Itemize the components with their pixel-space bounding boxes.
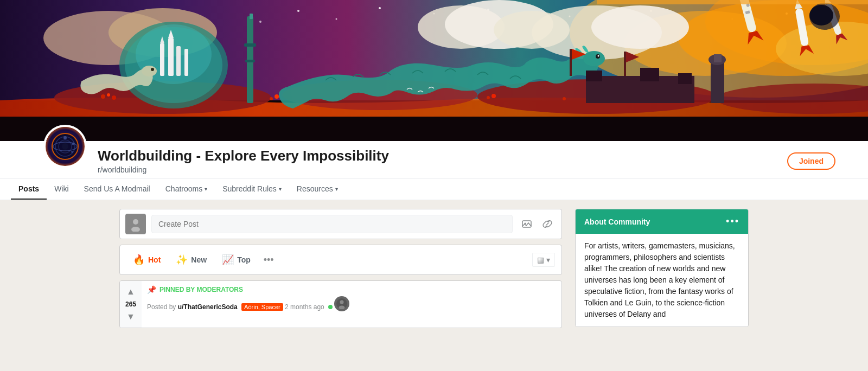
svg-rect-56 [714, 54, 722, 62]
svg-point-1 [297, 10, 299, 12]
svg-rect-34 [184, 49, 188, 76]
hot-icon: 🔥 [133, 254, 145, 266]
subreddit-banner [0, 0, 868, 141]
rules-chevron: ▾ [279, 186, 282, 192]
svg-rect-31 [160, 43, 164, 76]
subreddit-info: Worldbuilding - Explore Every Impossibil… [0, 141, 868, 174]
subreddit-title: Worldbuilding - Explore Every Impossibil… [98, 148, 778, 164]
svg-rect-53 [678, 73, 692, 84]
view-chevron: ▾ [546, 255, 550, 264]
chatrooms-chevron: ▾ [205, 186, 207, 192]
svg-rect-51 [586, 71, 602, 81]
banner-artwork [0, 0, 868, 141]
svg-point-88 [72, 143, 75, 145]
svg-point-72 [809, 5, 833, 25]
svg-rect-32 [168, 38, 174, 76]
about-community-body: For artists, writers, gamemasters, music… [576, 234, 748, 327]
online-indicator [328, 305, 333, 309]
post-flair: Aórin, Spacer [241, 303, 283, 311]
svg-rect-52 [640, 68, 659, 81]
nav-modmail[interactable]: Send Us A Modmail [76, 179, 158, 200]
new-icon: ✨ [176, 254, 188, 266]
create-post-input[interactable] [151, 215, 513, 233]
sort-view-toggle[interactable]: ▦ ▾ [532, 253, 555, 267]
nav-posts[interactable]: Posts [11, 179, 47, 200]
post-author[interactable]: u/ThatGenericSoda [178, 303, 238, 311]
nav-wiki[interactable]: Wiki [47, 179, 76, 200]
pinned-post: ▲ 265 ▼ 📌 PINNED BY MODERATORS Posted by… [119, 280, 562, 328]
main-content: 🔥 Hot ✨ New 📈 Top ••• ▦ ▾ ▲ 265 [108, 209, 760, 334]
link-icon[interactable] [539, 215, 556, 233]
feed-area: 🔥 Hot ✨ New 📈 Top ••• ▦ ▾ ▲ 265 [119, 209, 562, 334]
community-more-button[interactable]: ••• [726, 216, 739, 227]
svg-rect-40 [245, 60, 255, 62]
subreddit-nav: Posts Wiki Send Us A Modmail Chatrooms ▾… [0, 178, 868, 200]
create-post-actions [518, 215, 556, 233]
subreddit-header: Worldbuilding - Explore Every Impossibil… [0, 141, 868, 200]
resources-chevron: ▾ [335, 186, 338, 192]
sort-more-button[interactable]: ••• [259, 250, 278, 270]
image-upload-icon[interactable] [518, 215, 535, 233]
svg-point-9 [259, 21, 261, 23]
sort-new[interactable]: ✨ New [169, 250, 213, 270]
svg-point-44 [142, 66, 157, 76]
svg-point-81 [563, 97, 566, 100]
sort-bar: 🔥 Hot ✨ New 📈 Top ••• ▦ ▾ [119, 245, 562, 275]
svg-point-85 [62, 143, 68, 150]
svg-point-2 [336, 18, 337, 20]
post-content: 📌 PINNED BY MODERATORS Posted by u/ThatG… [142, 281, 561, 328]
view-icon: ▦ [537, 255, 544, 264]
svg-point-74 [101, 94, 105, 99]
svg-rect-33 [176, 46, 181, 76]
post-meta: Posted by u/ThatGenericSoda Aórin, Space… [147, 296, 556, 311]
about-community-widget: About Community ••• For artists, writers… [575, 209, 749, 327]
about-community-header: About Community ••• [576, 209, 748, 234]
svg-point-41 [583, 51, 605, 66]
svg-point-75 [107, 93, 110, 97]
svg-point-91 [133, 219, 138, 225]
svg-rect-48 [624, 52, 626, 76]
svg-point-3 [379, 7, 381, 9]
svg-rect-54 [711, 60, 724, 103]
svg-point-78 [275, 94, 279, 99]
svg-point-45 [151, 68, 154, 71]
svg-point-43 [598, 55, 599, 57]
sort-top[interactable]: 📈 Top [215, 250, 257, 270]
svg-point-89 [71, 151, 73, 153]
pin-icon: 📌 [147, 285, 156, 294]
svg-rect-46 [570, 49, 572, 76]
svg-point-96 [340, 300, 344, 304]
subreddit-title-area: Worldbuilding - Explore Every Impossibil… [98, 148, 778, 174]
post-author-avatar [334, 296, 349, 311]
svg-point-87 [63, 136, 67, 139]
svg-rect-38 [250, 14, 253, 19]
joined-button[interactable]: Joined [787, 152, 835, 170]
top-icon: 📈 [222, 254, 234, 266]
sort-hot[interactable]: 🔥 Hot [126, 250, 167, 270]
create-post-box [119, 209, 562, 239]
pinned-label: 📌 PINNED BY MODERATORS [147, 285, 556, 294]
svg-rect-39 [244, 43, 256, 47]
subreddit-icon [43, 125, 87, 168]
user-avatar [125, 214, 146, 234]
downvote-button[interactable]: ▼ [124, 310, 137, 323]
community-description: For artists, writers, gamemasters, music… [584, 240, 739, 320]
svg-point-20 [591, 5, 689, 49]
vote-count: 265 [125, 300, 136, 308]
nav-rules[interactable]: Subreddit Rules ▾ [215, 179, 289, 200]
nav-chatrooms[interactable]: Chatrooms ▾ [158, 179, 215, 200]
svg-rect-73 [597, 0, 868, 4]
sidebar: About Community ••• For artists, writers… [575, 209, 749, 334]
svg-point-76 [112, 95, 116, 100]
post-time: 2 months ago [285, 303, 324, 311]
svg-point-77 [270, 97, 273, 100]
subreddit-name: r/worldbuilding [98, 165, 778, 174]
post-vote-section: ▲ 265 ▼ [120, 281, 142, 328]
about-community-title: About Community [584, 218, 650, 226]
upvote-button[interactable]: ▲ [124, 285, 137, 298]
svg-point-79 [487, 96, 490, 99]
svg-point-80 [492, 94, 496, 98]
nav-resources[interactable]: Resources ▾ [289, 179, 346, 200]
